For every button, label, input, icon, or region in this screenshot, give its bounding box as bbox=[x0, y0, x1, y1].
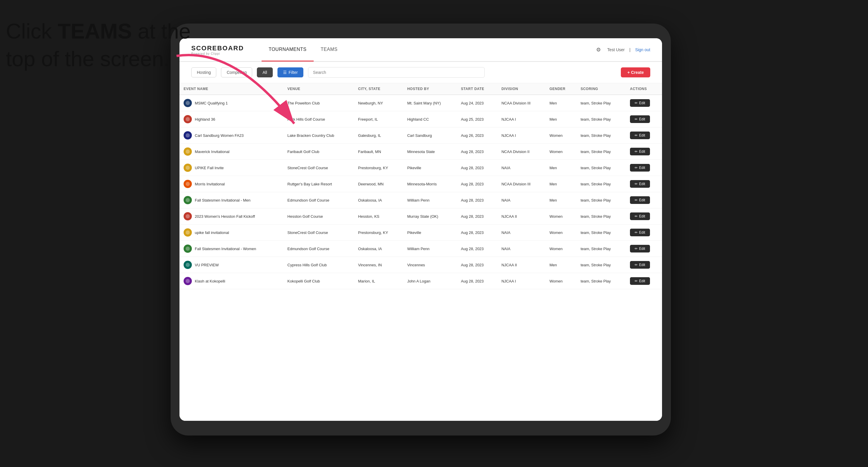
cell-division: NCAA Division III bbox=[497, 95, 545, 111]
cell-division: NAIA bbox=[497, 241, 545, 257]
cell-venue: Edmundson Golf Course bbox=[283, 241, 354, 257]
logo: SCOREBOARD Powered by Clippi bbox=[191, 44, 244, 55]
col-gender: GENDER bbox=[545, 83, 577, 95]
col-venue: VENUE bbox=[283, 83, 354, 95]
cell-actions: ✏ Edit bbox=[626, 192, 662, 208]
event-name-text: Klash at Kokopelli bbox=[195, 279, 225, 283]
edit-button[interactable]: ✏ Edit bbox=[630, 229, 650, 236]
all-button[interactable]: All bbox=[257, 67, 273, 77]
team-logo bbox=[184, 99, 192, 107]
cell-event-name: MSMC Qualifying 1 bbox=[180, 95, 283, 111]
cell-division: NAIA bbox=[497, 192, 545, 208]
event-name-text: upike fall invitational bbox=[195, 230, 229, 235]
event-name-text: 2023 Women's Hesston Fall Kickoff bbox=[195, 214, 255, 219]
user-label: Test User bbox=[607, 48, 625, 52]
cell-venue: Lake Bracken Country Club bbox=[283, 127, 354, 144]
table-row: Maverick Invitational Faribault Golf Clu… bbox=[180, 144, 662, 160]
cell-venue: The Powelton Club bbox=[283, 95, 354, 111]
instruction-text: Click TEAMS at the top of the screen. bbox=[6, 18, 191, 73]
edit-icon: ✏ bbox=[635, 133, 638, 137]
cell-division: NAIA bbox=[497, 160, 545, 176]
edit-button[interactable]: ✏ Edit bbox=[630, 131, 650, 139]
table-row: UPIKE Fall Invite StoneCrest Golf Course… bbox=[180, 160, 662, 176]
event-name-text: UPIKE Fall Invite bbox=[195, 166, 224, 170]
cell-scoring: team, Stroke Play bbox=[577, 241, 626, 257]
cell-city-state: Deerwood, MN bbox=[354, 176, 403, 192]
search-input[interactable] bbox=[308, 67, 485, 78]
event-name-text: VU PREVIEW bbox=[195, 263, 219, 267]
content-area: Hosting Competing All ☰ Filter + Create … bbox=[180, 62, 662, 421]
cell-start-date: Aug 28, 2023 bbox=[457, 257, 497, 273]
cell-start-date: Aug 28, 2023 bbox=[457, 176, 497, 192]
cell-event-name: Klash at Kokopelli bbox=[180, 273, 283, 289]
team-logo bbox=[184, 261, 192, 269]
cell-division: NCAA Division II bbox=[497, 144, 545, 160]
cell-gender: Women bbox=[545, 144, 577, 160]
cell-actions: ✏ Edit bbox=[626, 111, 662, 127]
cell-actions: ✏ Edit bbox=[626, 208, 662, 224]
table-row: Fall Statesmen Invitational - Women Edmu… bbox=[180, 241, 662, 257]
table-row: Highland 36 Park Hills Golf Course Freep… bbox=[180, 111, 662, 127]
edit-button[interactable]: ✏ Edit bbox=[630, 261, 650, 269]
cell-event-name: Maverick Invitational bbox=[180, 144, 283, 160]
cell-actions: ✏ Edit bbox=[626, 257, 662, 273]
edit-button[interactable]: ✏ Edit bbox=[630, 115, 650, 123]
sign-out-link[interactable]: Sign out bbox=[635, 48, 650, 52]
create-button[interactable]: + Create bbox=[621, 67, 650, 77]
cell-actions: ✏ Edit bbox=[626, 160, 662, 176]
cell-start-date: Aug 28, 2023 bbox=[457, 208, 497, 224]
edit-icon: ✏ bbox=[635, 230, 638, 235]
edit-button[interactable]: ✏ Edit bbox=[630, 196, 650, 204]
gear-icon[interactable]: ⚙ bbox=[594, 45, 602, 54]
edit-icon: ✏ bbox=[635, 198, 638, 202]
tab-tournaments[interactable]: TOURNAMENTS bbox=[261, 38, 314, 62]
cell-hosted-by: John A Logan bbox=[403, 273, 457, 289]
competing-button[interactable]: Competing bbox=[221, 67, 252, 77]
cell-gender: Men bbox=[545, 257, 577, 273]
cell-gender: Men bbox=[545, 111, 577, 127]
cell-hosted-by: Pikeville bbox=[403, 224, 457, 241]
edit-button[interactable]: ✏ Edit bbox=[630, 148, 650, 155]
team-logo bbox=[184, 148, 192, 156]
cell-actions: ✏ Edit bbox=[626, 127, 662, 144]
logo-main: SCOREBOARD bbox=[191, 44, 244, 52]
cell-gender: Men bbox=[545, 160, 577, 176]
table-row: Morris Invitational Ruttger's Bay Lake R… bbox=[180, 176, 662, 192]
cell-venue: Kokopelli Golf Club bbox=[283, 273, 354, 289]
tournaments-table: EVENT NAME VENUE CITY, STATE HOSTED BY S… bbox=[180, 83, 662, 289]
filter-label: Filter bbox=[289, 70, 298, 75]
cell-hosted-by: Carl Sandburg bbox=[403, 127, 457, 144]
cell-hosted-by: Vincennes bbox=[403, 257, 457, 273]
cell-city-state: Freeport, IL bbox=[354, 111, 403, 127]
cell-city-state: Galesburg, IL bbox=[354, 127, 403, 144]
edit-button[interactable]: ✏ Edit bbox=[630, 180, 650, 188]
tournaments-table-container[interactable]: EVENT NAME VENUE CITY, STATE HOSTED BY S… bbox=[180, 83, 662, 421]
cell-start-date: Aug 28, 2023 bbox=[457, 273, 497, 289]
hosting-button[interactable]: Hosting bbox=[191, 67, 216, 77]
cell-gender: Women bbox=[545, 273, 577, 289]
cell-scoring: team, Stroke Play bbox=[577, 127, 626, 144]
event-name-text: Fall Statesmen Invitational - Women bbox=[195, 247, 256, 251]
cell-gender: Women bbox=[545, 127, 577, 144]
edit-icon: ✏ bbox=[635, 182, 638, 186]
cell-scoring: team, Stroke Play bbox=[577, 95, 626, 111]
edit-button[interactable]: ✏ Edit bbox=[630, 213, 650, 220]
table-row: Fall Statesmen Invitational - Men Edmund… bbox=[180, 192, 662, 208]
edit-button[interactable]: ✏ Edit bbox=[630, 164, 650, 172]
col-hosted-by: HOSTED BY bbox=[403, 83, 457, 95]
edit-icon: ✏ bbox=[635, 150, 638, 154]
edit-icon: ✏ bbox=[635, 117, 638, 121]
cell-actions: ✏ Edit bbox=[626, 273, 662, 289]
svg-point-4 bbox=[186, 150, 190, 154]
filter-button[interactable]: ☰ Filter bbox=[277, 67, 303, 77]
event-name-text: Morris Invitational bbox=[195, 182, 225, 186]
cell-city-state: Vincennes, IN bbox=[354, 257, 403, 273]
cell-actions: ✏ Edit bbox=[626, 95, 662, 111]
instruction-line1: Click TEAMS at the bbox=[6, 20, 191, 43]
edit-button[interactable]: ✏ Edit bbox=[630, 245, 650, 252]
edit-button[interactable]: ✏ Edit bbox=[630, 277, 650, 285]
cell-city-state: Hesston, KS bbox=[354, 208, 403, 224]
col-division: DIVISION bbox=[497, 83, 545, 95]
edit-button[interactable]: ✏ Edit bbox=[630, 99, 650, 107]
tab-teams[interactable]: TEAMS bbox=[314, 38, 345, 62]
